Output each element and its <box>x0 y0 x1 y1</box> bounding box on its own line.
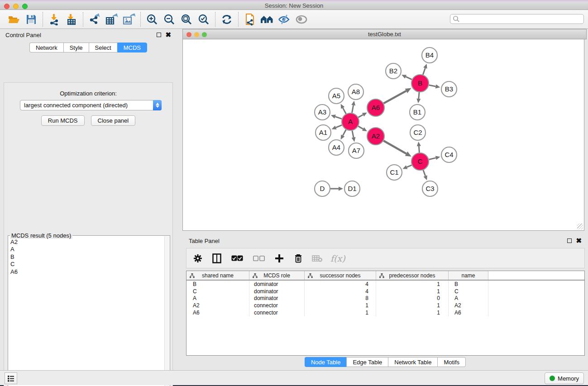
close-window-button[interactable] <box>4 4 10 9</box>
graph-edge[interactable] <box>429 158 435 160</box>
delete-table-button[interactable] <box>311 253 323 264</box>
graph-edge[interactable] <box>336 125 342 127</box>
graph-edge[interactable] <box>406 76 412 79</box>
float-panel-icon[interactable] <box>157 33 161 37</box>
new-network-from-selection-button[interactable] <box>242 12 258 27</box>
zoom-out-button[interactable] <box>162 12 177 27</box>
tab-network[interactable]: Network <box>29 43 63 52</box>
table-cell[interactable]: connector <box>249 309 305 316</box>
table-cell[interactable]: A6 <box>186 309 249 316</box>
zoom-selected-button[interactable] <box>196 12 211 27</box>
select-all-columns-button[interactable] <box>230 253 244 264</box>
unselect-all-columns-button[interactable] <box>252 253 266 264</box>
refresh-button[interactable] <box>219 12 234 27</box>
table-cell[interactable]: 1 <box>376 302 449 309</box>
table-cell[interactable]: connector <box>249 302 305 309</box>
import-table-button[interactable] <box>64 12 79 27</box>
graph-edge[interactable] <box>358 114 363 117</box>
graph-edge[interactable] <box>429 85 436 86</box>
graph-edge[interactable] <box>358 126 363 129</box>
maximize-window-button[interactable] <box>22 4 28 9</box>
create-column-button[interactable] <box>273 253 285 264</box>
zoom-fit-button[interactable] <box>179 12 194 27</box>
table-cell[interactable]: A <box>186 295 249 302</box>
function-builder-button[interactable]: f(x) <box>330 253 345 263</box>
tab-motifs[interactable]: Motifs <box>437 357 466 367</box>
graph-edge[interactable] <box>419 146 419 152</box>
result-item[interactable]: B <box>10 253 165 261</box>
tab-select[interactable]: Select <box>89 43 117 52</box>
graph-edge[interactable] <box>352 131 354 138</box>
export-network-button[interactable] <box>87 12 102 27</box>
table-cell[interactable]: 0 <box>376 295 449 302</box>
table-row[interactable]: A6connector11A6 <box>186 309 584 316</box>
table-row[interactable]: A2connector11A2 <box>186 302 584 309</box>
table-cell[interactable]: C <box>186 288 249 295</box>
table-cell[interactable]: C <box>449 288 488 295</box>
table-cell[interactable]: 1 <box>305 309 376 316</box>
export-image-button[interactable] <box>121 12 137 27</box>
search-box[interactable] <box>450 14 584 24</box>
table-cell[interactable]: dominator <box>249 288 305 295</box>
graph-edge[interactable] <box>335 117 342 119</box>
table-cell[interactable]: B <box>449 281 488 288</box>
tab-node-table[interactable]: Node Table <box>305 357 347 367</box>
import-network-button[interactable] <box>47 12 62 27</box>
table-cell[interactable]: dominator <box>249 281 305 288</box>
float-table-panel-icon[interactable] <box>567 238 572 243</box>
result-item[interactable]: A6 <box>10 268 165 276</box>
table-cell[interactable]: A <box>449 295 488 302</box>
column-header-shared-name[interactable]: shared name <box>186 271 249 280</box>
table-cell[interactable]: dominator <box>249 295 305 302</box>
network-canvas[interactable]: B4B2BB3A8A5A6A3B1AA1C2A2A4A7C4CC1DD1C3 <box>182 39 584 231</box>
graph-edge[interactable] <box>407 165 412 167</box>
table-cell[interactable]: 1 <box>305 302 376 309</box>
table-cell[interactable]: 8 <box>305 295 376 302</box>
table-settings-button[interactable] <box>192 253 204 264</box>
column-header-name[interactable]: name <box>449 271 488 280</box>
delete-column-button[interactable] <box>292 253 304 264</box>
result-item[interactable]: A <box>10 246 165 253</box>
open-session-button[interactable] <box>6 12 22 27</box>
network-close-button[interactable] <box>186 32 191 37</box>
table-cell[interactable]: A2 <box>449 302 488 309</box>
mcds-result-list[interactable]: A2ABCA6 <box>9 238 165 386</box>
show-graphics-details-button[interactable] <box>294 12 309 27</box>
table-cell[interactable]: 1 <box>376 309 449 316</box>
save-session-button[interactable] <box>24 12 39 27</box>
optimization-criterion-dropdown[interactable]: largest connected component (directed) <box>20 100 162 110</box>
result-scrollbar[interactable] <box>164 236 169 386</box>
table-cell[interactable]: B <box>186 281 249 288</box>
column-header-MCDS-role[interactable]: MCDS role <box>249 271 305 280</box>
column-header-predecessor-nodes[interactable]: predecessor nodes <box>376 271 449 280</box>
tab-edge-table[interactable]: Edge Table <box>346 357 388 367</box>
minimize-window-button[interactable] <box>13 4 19 9</box>
table-cell[interactable]: 4 <box>305 281 376 288</box>
result-item[interactable]: C <box>10 261 165 268</box>
graph-edge[interactable] <box>384 91 406 103</box>
table-cell[interactable]: 4 <box>305 288 376 295</box>
graph-edge[interactable] <box>423 68 425 75</box>
close-panel-icon[interactable]: ✖ <box>165 33 171 37</box>
network-window-titlebar[interactable]: testGlobe.txt <box>182 29 587 39</box>
network-graph[interactable]: B4B2BB3A8A5A6A3B1AA1C2A2A4A7C4CC1DD1C3 <box>183 39 584 230</box>
tab-style[interactable]: Style <box>63 43 89 52</box>
tab-network-table[interactable]: Network Table <box>388 357 437 367</box>
table-row[interactable]: Adominator80A <box>186 295 584 302</box>
close-table-panel-icon[interactable]: ✖ <box>576 238 582 243</box>
table-cell[interactable]: A2 <box>186 302 249 309</box>
hide-graphics-details-button[interactable] <box>277 12 292 27</box>
table-cell[interactable]: 1 <box>376 288 449 295</box>
show-task-history-button[interactable] <box>5 372 17 384</box>
run-mcds-button[interactable]: Run MCDS <box>41 115 85 126</box>
table-cell[interactable]: A6 <box>449 309 488 316</box>
graph-edge[interactable] <box>383 141 406 154</box>
graph-edge[interactable] <box>343 130 346 136</box>
tab-mcds[interactable]: MCDS <box>117 43 147 52</box>
resize-grip-icon[interactable] <box>577 224 583 229</box>
table-cell[interactable]: 1 <box>376 281 449 288</box>
table-row[interactable]: Cdominator41C <box>186 288 584 295</box>
search-input[interactable] <box>460 15 583 23</box>
graph-edge[interactable] <box>423 170 425 176</box>
show-columns-button[interactable] <box>211 253 223 264</box>
